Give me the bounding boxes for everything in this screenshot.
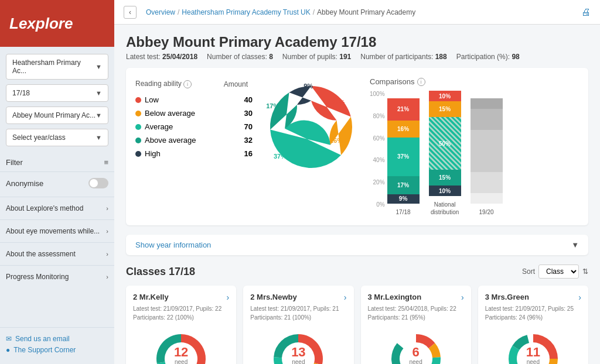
- reading-dot: [135, 97, 141, 103]
- reading-dot: [135, 138, 141, 143]
- trust-select[interactable]: Heathersham Primary Ac... ▼: [6, 54, 108, 80]
- content-area: Abbey Mount Primary Academy 17/18 Latest…: [114, 25, 600, 364]
- school-chevron-icon: ▼: [96, 112, 102, 119]
- need-support-label: 13 needsupport: [289, 346, 308, 364]
- bar-group: 19/20: [471, 98, 503, 216]
- bar-segment: 17%: [387, 176, 420, 194]
- y-axis-label: 60%: [370, 135, 385, 142]
- reading-table: Reading ability i Amount Low 40 Below av…: [135, 77, 253, 160]
- class-card[interactable]: 3 Mr.Lexington › Latest test: 25/04/2018…: [361, 286, 471, 364]
- class-chevron-icon: ›: [344, 293, 347, 302]
- class-select[interactable]: Select year/class ▼: [6, 129, 108, 146]
- sidebar-item-progress[interactable]: Progress Monitoring ›: [0, 265, 114, 288]
- comparisons-info-icon[interactable]: i: [417, 78, 425, 86]
- need-support-label: 12 needsupport: [171, 346, 190, 364]
- reading-ability-header: Reading ability i: [135, 77, 215, 93]
- class-card[interactable]: 3 Mrs.Green › Latest test: 21/09/2017, P…: [478, 286, 588, 364]
- school-select[interactable]: Abbey Mount Primary Ac... ▼: [6, 107, 108, 124]
- num-participants: Number of participants: 188: [360, 53, 446, 61]
- main-content: ‹ Overview / Heathersham Primary Academy…: [114, 0, 600, 364]
- sidebar-item-method-label: About Lexplore's method: [6, 204, 83, 212]
- bar-segment: 15%: [429, 170, 461, 186]
- filter-label: Filter: [6, 158, 23, 167]
- show-year-chevron-icon: ▼: [571, 241, 579, 249]
- reading-dot: [135, 151, 141, 157]
- class-meta: Latest test: 21/09/2017, Pupils: 21 Part…: [250, 304, 346, 322]
- class-meta: Latest test: 21/09/2017, Pupils: 25 Part…: [485, 304, 581, 322]
- bar-stack: 10%15%50%15%10%: [429, 91, 461, 196]
- email-link[interactable]: ✉ Send us an email: [6, 335, 108, 343]
- class-chevron-icon: ›: [227, 293, 230, 302]
- page-title: Abbey Mount Primary Academy 17/18: [126, 34, 588, 50]
- method-chevron-icon: ›: [106, 205, 108, 212]
- sidebar-selects: Heathersham Primary Ac... ▼ 17/18 ▼ Abbe…: [0, 47, 114, 153]
- need-support-count: 6: [406, 346, 425, 359]
- classes-title: Classes 17/18: [126, 266, 195, 278]
- sort-icon[interactable]: ⇅: [582, 267, 588, 276]
- anonymise-row: Anonymise: [0, 171, 114, 194]
- reading-amount: 32: [215, 133, 253, 147]
- breadcrumb-sep-1: /: [178, 8, 179, 16]
- class-card-header: 2 Mr.Kelly ›: [133, 293, 229, 302]
- reading-label-cell: Average: [135, 120, 215, 133]
- reading-ability-info-icon[interactable]: i: [183, 80, 192, 88]
- bar-label: 19/20: [479, 208, 494, 216]
- breadcrumb-overview[interactable]: Overview: [146, 8, 175, 16]
- sidebar-item-method[interactable]: About Lexplore's method ›: [0, 197, 114, 219]
- donut-segment: [289, 86, 311, 105]
- mini-donut-container: 11 needsupport: [485, 327, 581, 364]
- sort-label: Sort: [522, 267, 535, 276]
- need-support-count: 12: [171, 346, 190, 359]
- donut-segment: [329, 117, 352, 155]
- sidebar-item-assessment[interactable]: About the assessment ›: [0, 242, 114, 265]
- reading-table-row: High 16: [135, 147, 253, 160]
- participation-value: 98: [512, 53, 519, 61]
- support-link-label: The Support Corner: [13, 346, 76, 354]
- sidebar-item-eye[interactable]: About eye movements while... ›: [0, 219, 114, 242]
- reading-label: Above average: [145, 136, 196, 145]
- class-chevron-icon: ›: [461, 293, 464, 302]
- year-chevron-icon: ▼: [96, 90, 102, 97]
- bar-group: 10%15%50%15%10%Nationaldistribution: [429, 91, 461, 216]
- reading-section: Reading ability i Amount Low 40 Below av…: [135, 77, 579, 216]
- show-year-row[interactable]: Show year information ▼: [126, 235, 588, 255]
- bar-group: 9%17%37%16%21%17/18: [387, 98, 420, 216]
- assessment-chevron-icon: ›: [106, 250, 108, 257]
- sidebar-item-assessment-label: About the assessment: [6, 250, 76, 258]
- support-link[interactable]: ● The Support Corner: [6, 346, 108, 354]
- class-meta: Latest test: 25/04/2018, Pupils: 22 Part…: [368, 304, 464, 322]
- logo: Lexplore: [0, 0, 114, 47]
- anonymise-toggle[interactable]: [88, 178, 108, 188]
- reading-label: Average: [145, 122, 173, 131]
- sort-select[interactable]: Class: [538, 265, 579, 279]
- donut-segment: [311, 86, 351, 121]
- year-select[interactable]: 17/18 ▼: [6, 84, 108, 102]
- bar-stack: [471, 98, 503, 204]
- donut-chart: 21%16%37%17%9%: [264, 77, 358, 177]
- num-participants-value: 188: [435, 53, 447, 61]
- classes-header: Classes 17/18 Sort Class ⇅: [126, 265, 588, 279]
- class-chevron-icon: ›: [578, 293, 581, 302]
- class-name: 3 Mrs.Green: [485, 293, 529, 301]
- mini-donut-container: 12 needsupport: [133, 327, 229, 364]
- class-card-header: 3 Mr.Lexington ›: [368, 293, 464, 302]
- class-select-label: Select year/class: [12, 133, 66, 142]
- filter-icon[interactable]: ≡: [104, 158, 108, 167]
- email-icon: ✉: [6, 335, 12, 343]
- bar-label: 17/18: [396, 208, 411, 216]
- breadcrumb-trust[interactable]: Heathersham Primary Academy Trust UK: [182, 8, 310, 16]
- class-card[interactable]: 2 Mr.Kelly › Latest test: 21/09/2017, Pu…: [126, 286, 236, 364]
- participation: Participation (%): 98: [456, 53, 520, 61]
- class-meta: Latest test: 21/09/2017, Pupils: 22 Part…: [133, 304, 229, 322]
- need-support-label: 6 needsupport: [406, 346, 425, 364]
- mini-donut-container: 6 needsupport: [368, 327, 464, 364]
- need-support-label: 11 needsupport: [523, 346, 543, 364]
- mini-donut-segment: [391, 343, 405, 364]
- mini-donut-container: 13 needsupport: [250, 327, 346, 364]
- bar-segment: 15%: [429, 101, 461, 117]
- class-card[interactable]: 2 Mrs.Newby › Latest test: 21/09/2017, P…: [243, 286, 353, 364]
- bar-segment: [471, 130, 503, 172]
- bar-segment: [471, 109, 503, 130]
- print-icon[interactable]: 🖨: [581, 7, 591, 18]
- back-button[interactable]: ‹: [124, 6, 137, 19]
